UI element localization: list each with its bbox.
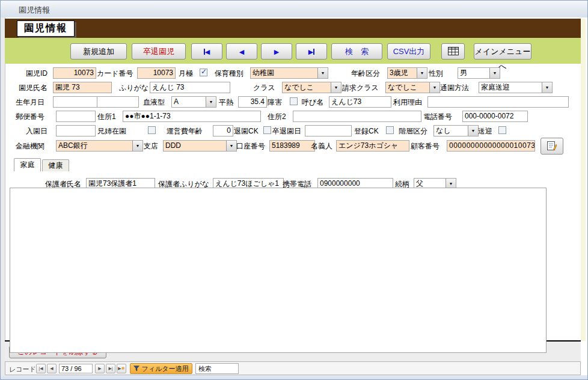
furigana-field[interactable]: えんじ 73: [150, 82, 230, 93]
main-menu-button[interactable]: メインメニューへ: [474, 43, 531, 60]
account-no-field[interactable]: 5183989: [269, 140, 315, 152]
funnel-icon: [133, 366, 139, 372]
search-button[interactable]: 検 索: [331, 43, 382, 60]
nav-next-button[interactable]: ▶: [261, 43, 292, 60]
address2-label: 住所2: [268, 112, 290, 121]
record-prev-button[interactable]: ◀: [47, 364, 57, 373]
record-nav-label: レコード:: [9, 365, 38, 374]
graduated-children-button[interactable]: 卒退園児: [132, 43, 186, 60]
fee-age-field[interactable]: 0: [213, 125, 233, 136]
customer-no-field[interactable]: 00000000000000010073: [447, 140, 535, 152]
gender-value: 男: [460, 69, 467, 77]
chevron-down-icon[interactable]: [206, 97, 216, 107]
child-name-field[interactable]: 園児 73: [53, 82, 112, 93]
disability-checkbox[interactable]: [290, 97, 298, 105]
chevron-down-icon[interactable]: [331, 82, 341, 93]
register-ck-checkbox[interactable]: [386, 126, 394, 134]
chevron-down-icon[interactable]: [489, 68, 500, 78]
bank-label: 金融機関: [16, 142, 52, 150]
sibling-checkbox[interactable]: [148, 126, 156, 134]
csv-export-button[interactable]: CSV出力: [387, 43, 430, 60]
form-body: 園児情報 新規追加 卒退園児 ◀ ◀ ▶ ▶ 検 索 CSV出力 メインメニュー…: [1, 17, 588, 375]
account-holder-field[interactable]: エンジ73ホゴシャ: [336, 140, 409, 152]
entry-date-field[interactable]: [56, 125, 96, 136]
gender-combo[interactable]: 男: [458, 67, 500, 79]
birthdate-field-2[interactable]: [97, 96, 139, 108]
record-new-button[interactable]: ▶✱: [117, 364, 126, 373]
age-group-label: 年齢区分: [351, 69, 385, 78]
pickup-checkbox[interactable]: [498, 126, 506, 134]
customer-no-label: 顧客番号: [411, 142, 442, 150]
phone-field[interactable]: 000-0000-0072: [462, 111, 528, 122]
filter-applied-button[interactable]: フィルター適用: [130, 363, 192, 374]
monthly-checkbox[interactable]: [200, 69, 207, 76]
leave-date-field[interactable]: [305, 125, 352, 136]
window-titlebar: 園児情報: [1, 1, 588, 18]
nickname-field[interactable]: えんじ73: [329, 96, 391, 108]
form-left-border: [1, 17, 5, 375]
tier-combo[interactable]: なし: [433, 125, 479, 136]
postal-field[interactable]: [56, 111, 96, 122]
chevron-down-icon[interactable]: [132, 141, 142, 151]
edit-memo-button[interactable]: [541, 138, 563, 155]
age-group-combo[interactable]: 3歳児: [387, 67, 427, 79]
record-search-input[interactable]: 検索: [195, 363, 239, 374]
leave-ck-checkbox[interactable]: [263, 126, 271, 134]
guardian-name-label: 保護者氏名: [45, 180, 85, 188]
reason-field[interactable]: [427, 96, 569, 108]
record-position-box[interactable]: 73 / 96: [59, 364, 93, 373]
filter-button-label: フィルター適用: [141, 365, 188, 372]
blood-type-combo[interactable]: A: [171, 96, 216, 108]
address1-field[interactable]: ●●市●●1-1-73: [123, 111, 261, 122]
chevron-down-icon[interactable]: [468, 126, 478, 136]
address2-field[interactable]: [293, 111, 421, 122]
class-combo[interactable]: なでしこ: [282, 82, 341, 93]
commute-label: 通園方法: [440, 84, 474, 92]
chevron-down-icon[interactable]: [317, 68, 328, 78]
family-tab-panel: [10, 188, 547, 353]
billing-class-combo[interactable]: なでしこ: [385, 82, 440, 93]
guardian-relation-label: 続柄: [395, 180, 411, 188]
tab-family[interactable]: 家庭: [14, 158, 41, 171]
commute-combo[interactable]: 家庭送迎: [479, 82, 553, 93]
nav-first-button[interactable]: ◀: [191, 43, 222, 60]
record-next-button[interactable]: ▶: [95, 364, 105, 373]
card-no-field[interactable]: 10073: [137, 67, 176, 79]
temperature-field[interactable]: 35.4: [238, 96, 267, 108]
chevron-down-icon[interactable]: [226, 141, 236, 151]
add-record-button[interactable]: 新規追加: [70, 43, 127, 60]
card-no-label: カード番号: [97, 69, 135, 78]
care-type-combo[interactable]: 幼稚園: [250, 67, 328, 79]
datasheet-button[interactable]: [441, 43, 465, 60]
record-first-button[interactable]: |◀: [36, 364, 46, 373]
last-record-icon: ▶|: [108, 366, 112, 370]
mobile-label: 携帯電話: [283, 180, 315, 188]
class-label: クラス: [253, 84, 278, 92]
pickup-label: 送迎: [478, 127, 494, 135]
memo-pencil-icon: [547, 141, 557, 152]
chevron-down-icon[interactable]: [417, 68, 427, 78]
birthdate-label: 生年月日: [16, 98, 52, 106]
nav-prev-button[interactable]: ◀: [226, 43, 257, 60]
billing-class-label: 請求クラス: [342, 84, 382, 92]
leave-ck-label: 退園CK: [234, 127, 262, 135]
chevron-down-icon[interactable]: [542, 82, 552, 93]
tab-health[interactable]: 健康: [42, 159, 69, 171]
class-value: なでしこ: [284, 83, 314, 91]
branch-combo[interactable]: DDD: [163, 140, 237, 152]
nav-last-button[interactable]: ▶: [296, 43, 327, 60]
reason-label: 利用理由: [393, 98, 424, 106]
birthdate-field-1[interactable]: [53, 96, 97, 108]
child-id-field[interactable]: 10073: [53, 67, 96, 79]
commute-value: 家庭送迎: [481, 83, 510, 91]
form-header-bar: [5, 19, 581, 38]
bank-combo[interactable]: ABC銀行: [56, 140, 143, 152]
care-type-value: 幼稚園: [253, 69, 274, 77]
record-last-button[interactable]: ▶|: [106, 364, 115, 373]
branch-label: 支店: [144, 142, 159, 150]
chevron-down-icon[interactable]: [429, 82, 439, 93]
branch-value: DDD: [165, 141, 181, 150]
form-right-strip: [581, 19, 586, 341]
new-record-icon: ▶✱: [118, 366, 124, 370]
next-record-icon: ▶: [98, 366, 101, 370]
